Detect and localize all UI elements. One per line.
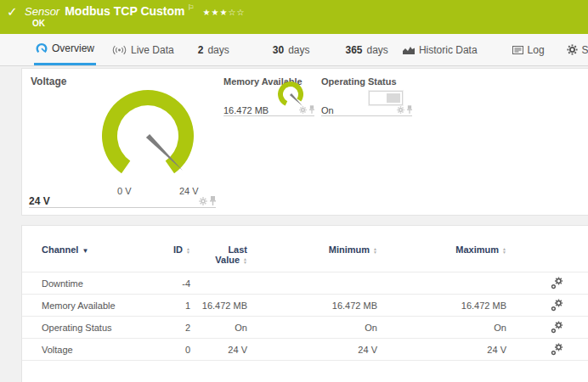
pin-icon[interactable]	[407, 105, 412, 114]
sort-icon: ▲▼	[243, 257, 247, 264]
cell-minimum: On	[247, 317, 377, 339]
cell-minimum: 16.472 MB	[247, 295, 377, 317]
channel-table: Channel▼ ID▲▼ Last Value▲▼ Minimum▲▼ Max…	[22, 241, 588, 361]
tab-bar: Overview Live Data 2 days 30 days 365 da…	[0, 34, 588, 66]
log-list-icon	[512, 46, 523, 54]
tab-label: days	[288, 44, 309, 56]
cell-channel[interactable]: Voltage	[22, 339, 152, 361]
cell-last-value: 24 V	[190, 339, 247, 361]
area-chart-icon	[403, 46, 415, 54]
table-header-row: Channel▼ ID▲▼ Last Value▲▼ Minimum▲▼ Max…	[22, 241, 588, 272]
voltage-value-row: 24 V	[29, 191, 216, 208]
cell-id: -4	[152, 272, 190, 295]
voltage-gauge-title: Voltage	[31, 76, 66, 87]
switch-knob	[387, 93, 400, 103]
tab-number: 2	[198, 44, 204, 56]
voltage-value: 24 V	[29, 195, 199, 207]
table-row[interactable]: Downtime -4	[22, 272, 588, 295]
memory-value: 16.472 MB	[223, 105, 299, 115]
cell-minimum	[247, 272, 377, 295]
tab-label: Settings	[582, 44, 588, 56]
cell-last-value: On	[190, 317, 247, 339]
tab-number: 30	[273, 44, 284, 56]
table-row[interactable]: Voltage 0 24 V 24 V 24 V	[22, 339, 588, 361]
tab-label: Log	[528, 44, 545, 56]
sort-icon: ▲▼	[373, 247, 377, 254]
channel-settings-icon[interactable]	[551, 321, 563, 334]
cell-channel[interactable]: Operating Status	[22, 317, 152, 339]
live-signal-icon	[112, 45, 127, 55]
operating-value-row: On	[321, 103, 412, 116]
col-header-id[interactable]: ID▲▼	[152, 241, 190, 272]
cell-maximum: On	[377, 317, 506, 339]
col-header-minimum[interactable]: Minimum▲▼	[247, 241, 377, 272]
pin-icon[interactable]	[210, 196, 216, 205]
gauge-icon	[36, 42, 48, 54]
cell-channel[interactable]: Memory Available	[22, 295, 152, 317]
voltage-gauge[interactable]	[97, 82, 199, 183]
cell-minimum: 24 V	[247, 339, 377, 361]
table-row[interactable]: Operating Status 2 On On On	[22, 317, 588, 339]
status-ok-check-icon: ✓	[7, 4, 18, 20]
cell-id: 0	[152, 339, 190, 361]
tab-30-days[interactable]: 30 days	[271, 34, 312, 65]
col-header-maximum[interactable]: Maximum▲▼	[377, 241, 506, 272]
cell-id: 2	[152, 317, 190, 339]
sensor-title: Modbus TCP Custom	[65, 4, 184, 18]
cell-maximum: 24 V	[377, 339, 506, 361]
tab-label: days	[207, 44, 229, 56]
operating-status-title: Operating Status	[321, 76, 397, 87]
object-kind-label: Sensor	[25, 5, 59, 18]
table-row[interactable]: Memory Available 1 16.472 MB 16.472 MB 1…	[22, 295, 588, 317]
sort-icon: ▲▼	[502, 247, 506, 254]
cell-channel[interactable]: Downtime	[22, 272, 152, 295]
tab-number: 365	[345, 44, 362, 56]
tab-2-days[interactable]: 2 days	[196, 34, 231, 65]
tab-settings[interactable]: Settings	[565, 34, 588, 65]
channel-table-panel: Channel▼ ID▲▼ Last Value▲▼ Minimum▲▼ Max…	[21, 225, 588, 382]
tab-label: Historic Data	[419, 44, 478, 56]
tab-365-days[interactable]: 365 days	[343, 34, 389, 65]
gear-icon[interactable]	[199, 197, 207, 205]
channel-settings-icon[interactable]	[551, 299, 563, 312]
gear-icon	[567, 44, 578, 55]
overview-gauges-panel: Voltage 0 V 24 V 24 V Memory	[21, 68, 588, 216]
sensor-status-text: OK	[32, 19, 45, 28]
pin-icon[interactable]	[309, 105, 314, 114]
tab-label: Overview	[52, 42, 94, 54]
cell-last-value: 16.472 MB	[190, 295, 247, 317]
col-header-last-value[interactable]: Last Value▲▼	[190, 241, 247, 272]
tab-overview[interactable]: Overview	[34, 34, 96, 65]
sort-desc-icon: ▼	[82, 247, 88, 255]
cell-id: 1	[152, 295, 190, 317]
sort-icon: ▲▼	[186, 247, 190, 254]
tab-log[interactable]: Log	[511, 34, 546, 65]
tab-live-data[interactable]: Live Data	[110, 34, 176, 65]
channel-settings-icon[interactable]	[551, 343, 563, 356]
priority-stars[interactable]: ★★★☆☆	[203, 8, 246, 17]
col-header-channel[interactable]: Channel▼	[22, 241, 152, 272]
tab-historic-data[interactable]: Historic Data	[401, 34, 479, 65]
cell-maximum	[377, 272, 506, 295]
cell-maximum: 16.472 MB	[377, 295, 506, 317]
channel-settings-icon[interactable]	[551, 277, 563, 289]
tab-label: Live Data	[131, 44, 174, 56]
col-header-actions	[506, 241, 588, 272]
flag-icon[interactable]: ⚐	[188, 3, 195, 12]
sensor-header-bar: ✓ SensorModbus TCP Custom⚐★★★☆☆ OK	[0, 0, 588, 34]
tab-label: days	[367, 44, 388, 56]
gear-icon[interactable]	[299, 106, 307, 114]
operating-value: On	[321, 105, 397, 115]
gear-icon[interactable]	[397, 106, 404, 114]
cell-last-value	[190, 272, 247, 295]
memory-value-row: 16.472 MB	[223, 103, 314, 116]
